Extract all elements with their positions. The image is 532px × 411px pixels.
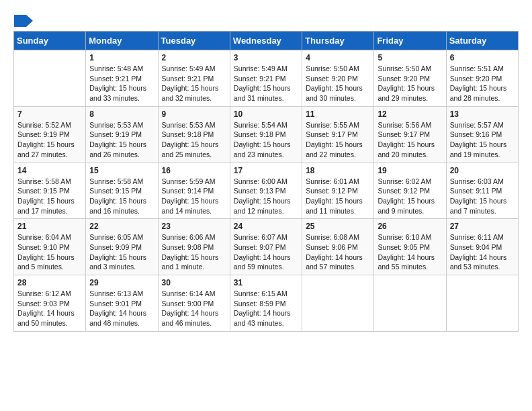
day-info: Sunrise: 6:10 AM Sunset: 9:05 PM Dayligh… [378,232,442,272]
day-number: 11 [306,109,370,119]
day-info: Sunrise: 6:01 AM Sunset: 9:12 PM Dayligh… [306,177,370,216]
day-cell: 8Sunrise: 5:53 AM Sunset: 9:19 PM Daylig… [86,106,158,163]
day-number: 20 [450,166,515,175]
day-info: Sunrise: 5:55 AM Sunset: 9:17 PM Dayligh… [306,120,370,160]
day-info: Sunrise: 5:58 AM Sunset: 9:15 PM Dayligh… [89,177,154,216]
day-number: 14 [17,166,82,175]
logo-icon [14,15,33,27]
weekday-saturday: Saturday [446,32,518,50]
weekday-tuesday: Tuesday [158,32,230,50]
day-info: Sunrise: 5:49 AM Sunset: 9:21 PM Dayligh… [162,64,226,103]
week-row-2: 14Sunrise: 5:58 AM Sunset: 9:15 PM Dayli… [14,163,519,219]
day-number: 28 [17,278,82,287]
day-number: 12 [378,109,442,119]
day-info: Sunrise: 6:08 AM Sunset: 9:06 PM Dayligh… [306,232,370,272]
day-info: Sunrise: 5:56 AM Sunset: 9:17 PM Dayligh… [378,120,442,160]
week-row-1: 7Sunrise: 5:52 AM Sunset: 9:19 PM Daylig… [14,106,519,163]
day-number: 4 [306,53,370,62]
day-cell: 31Sunrise: 6:15 AM Sunset: 8:59 PM Dayli… [230,275,302,332]
day-cell: 14Sunrise: 5:58 AM Sunset: 9:15 PM Dayli… [14,163,86,219]
day-number: 15 [89,166,154,175]
day-cell: 13Sunrise: 5:57 AM Sunset: 9:16 PM Dayli… [446,106,518,163]
day-info: Sunrise: 6:00 AM Sunset: 9:13 PM Dayligh… [234,177,298,216]
day-cell: 9Sunrise: 5:53 AM Sunset: 9:18 PM Daylig… [158,106,230,163]
week-row-4: 28Sunrise: 6:12 AM Sunset: 9:03 PM Dayli… [14,275,519,332]
day-info: Sunrise: 5:52 AM Sunset: 9:19 PM Dayligh… [17,120,82,160]
day-cell: 3Sunrise: 5:49 AM Sunset: 9:21 PM Daylig… [230,50,302,107]
day-info: Sunrise: 5:50 AM Sunset: 9:20 PM Dayligh… [306,64,370,103]
day-number: 24 [234,222,298,231]
week-row-3: 21Sunrise: 6:04 AM Sunset: 9:10 PM Dayli… [14,219,519,275]
weekday-sunday: Sunday [14,32,86,50]
day-cell: 1Sunrise: 5:48 AM Sunset: 9:21 PM Daylig… [86,50,158,107]
day-cell: 7Sunrise: 5:52 AM Sunset: 9:19 PM Daylig… [14,106,86,163]
day-info: Sunrise: 6:05 AM Sunset: 9:09 PM Dayligh… [89,232,154,272]
day-cell: 24Sunrise: 6:07 AM Sunset: 9:07 PM Dayli… [230,219,302,275]
day-info: Sunrise: 6:14 AM Sunset: 9:00 PM Dayligh… [162,289,226,328]
day-number: 7 [17,109,82,119]
weekday-friday: Friday [374,32,446,50]
day-number: 17 [234,166,298,175]
calendar-body: 1Sunrise: 5:48 AM Sunset: 9:21 PM Daylig… [14,50,519,332]
day-info: Sunrise: 5:48 AM Sunset: 9:21 PM Dayligh… [89,64,154,103]
day-number: 21 [17,222,82,231]
day-cell [374,275,446,332]
day-number: 27 [450,222,515,231]
day-cell: 21Sunrise: 6:04 AM Sunset: 9:10 PM Dayli… [14,219,86,275]
day-number: 2 [162,53,226,62]
weekday-monday: Monday [86,32,158,50]
day-number: 16 [162,166,226,175]
day-cell: 29Sunrise: 6:13 AM Sunset: 9:01 PM Dayli… [86,275,158,332]
day-cell [14,50,86,107]
day-cell [446,275,518,332]
day-cell: 19Sunrise: 6:02 AM Sunset: 9:12 PM Dayli… [374,163,446,219]
weekday-header: SundayMondayTuesdayWednesdayThursdayFrid… [14,32,519,50]
day-info: Sunrise: 5:53 AM Sunset: 9:19 PM Dayligh… [89,120,154,160]
day-number: 6 [450,53,515,62]
header [13,13,519,27]
day-info: Sunrise: 6:07 AM Sunset: 9:07 PM Dayligh… [234,232,298,272]
day-cell: 25Sunrise: 6:08 AM Sunset: 9:06 PM Dayli… [302,219,374,275]
day-cell: 10Sunrise: 5:54 AM Sunset: 9:18 PM Dayli… [230,106,302,163]
day-number: 30 [162,278,226,287]
day-info: Sunrise: 6:11 AM Sunset: 9:04 PM Dayligh… [450,232,515,272]
day-number: 10 [234,109,298,119]
day-cell: 18Sunrise: 6:01 AM Sunset: 9:12 PM Dayli… [302,163,374,219]
day-number: 3 [234,53,298,62]
day-info: Sunrise: 6:04 AM Sunset: 9:10 PM Dayligh… [17,232,82,272]
day-number: 18 [306,166,370,175]
day-number: 5 [378,53,442,62]
day-number: 8 [89,109,154,119]
day-cell: 27Sunrise: 6:11 AM Sunset: 9:04 PM Dayli… [446,219,518,275]
svg-marker-0 [14,15,33,27]
day-cell: 26Sunrise: 6:10 AM Sunset: 9:05 PM Dayli… [374,219,446,275]
day-number: 1 [89,53,154,62]
day-cell: 20Sunrise: 6:03 AM Sunset: 9:11 PM Dayli… [446,163,518,219]
day-cell: 11Sunrise: 5:55 AM Sunset: 9:17 PM Dayli… [302,106,374,163]
week-row-0: 1Sunrise: 5:48 AM Sunset: 9:21 PM Daylig… [14,50,519,107]
day-cell: 15Sunrise: 5:58 AM Sunset: 9:15 PM Dayli… [86,163,158,219]
day-number: 19 [378,166,442,175]
day-number: 25 [306,222,370,231]
weekday-thursday: Thursday [302,32,374,50]
day-number: 23 [162,222,226,231]
day-number: 29 [89,278,154,287]
day-cell: 5Sunrise: 5:50 AM Sunset: 9:20 PM Daylig… [374,50,446,107]
day-info: Sunrise: 6:06 AM Sunset: 9:08 PM Dayligh… [162,232,226,272]
day-info: Sunrise: 5:51 AM Sunset: 9:20 PM Dayligh… [450,64,515,103]
day-info: Sunrise: 6:02 AM Sunset: 9:12 PM Dayligh… [378,177,442,216]
day-number: 26 [378,222,442,231]
day-info: Sunrise: 6:03 AM Sunset: 9:11 PM Dayligh… [450,177,515,216]
day-info: Sunrise: 5:57 AM Sunset: 9:16 PM Dayligh… [450,120,515,160]
day-info: Sunrise: 6:12 AM Sunset: 9:03 PM Dayligh… [17,289,82,328]
day-cell: 6Sunrise: 5:51 AM Sunset: 9:20 PM Daylig… [446,50,518,107]
day-cell: 12Sunrise: 5:56 AM Sunset: 9:17 PM Dayli… [374,106,446,163]
day-cell: 4Sunrise: 5:50 AM Sunset: 9:20 PM Daylig… [302,50,374,107]
day-cell: 22Sunrise: 6:05 AM Sunset: 9:09 PM Dayli… [86,219,158,275]
day-number: 31 [234,278,298,287]
logo [13,13,33,27]
day-info: Sunrise: 6:15 AM Sunset: 8:59 PM Dayligh… [234,289,298,328]
weekday-wednesday: Wednesday [230,32,302,50]
day-number: 9 [162,109,226,119]
day-cell: 16Sunrise: 5:59 AM Sunset: 9:14 PM Dayli… [158,163,230,219]
